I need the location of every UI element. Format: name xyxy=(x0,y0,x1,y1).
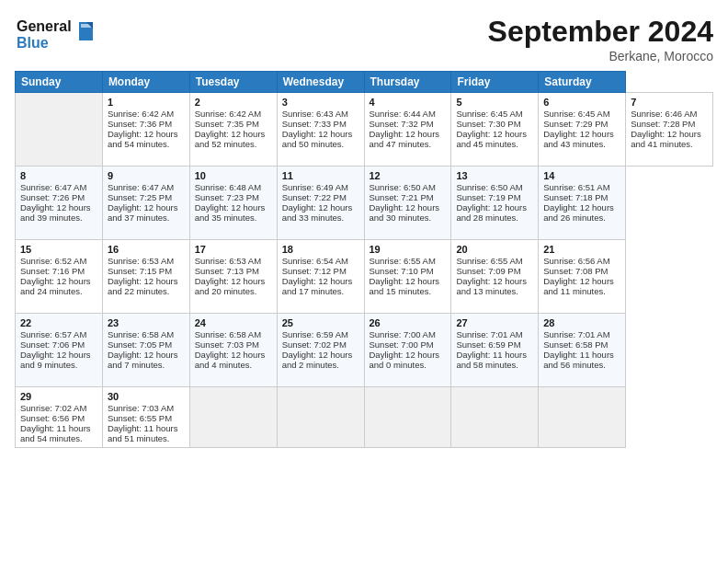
svg-text:General: General xyxy=(17,18,72,34)
sunrise-text: Sunrise: 6:48 AM xyxy=(195,182,261,192)
sunset-text: Sunset: 7:10 PM xyxy=(370,266,434,276)
day-number: 13 xyxy=(456,170,533,181)
daylight-text: Daylight: 12 hours and 17 minutes. xyxy=(282,276,353,296)
calendar-cell: 26Sunrise: 7:00 AMSunset: 7:00 PMDayligh… xyxy=(364,314,451,387)
day-number: 9 xyxy=(108,170,185,181)
daylight-text: Daylight: 12 hours and 26 minutes. xyxy=(543,202,614,223)
daylight-text: Daylight: 12 hours and 43 minutes. xyxy=(543,129,614,149)
sunset-text: Sunset: 7:22 PM xyxy=(282,192,347,202)
sunrise-text: Sunrise: 6:42 AM xyxy=(108,109,174,119)
sunset-text: Sunset: 7:16 PM xyxy=(20,266,85,276)
calendar-cell: 24Sunrise: 6:58 AMSunset: 7:03 PMDayligh… xyxy=(189,314,277,387)
sunrise-text: Sunrise: 6:47 AM xyxy=(108,182,174,192)
sunset-text: Sunset: 7:06 PM xyxy=(20,339,85,350)
day-number: 26 xyxy=(370,317,447,328)
sunrise-text: Sunrise: 6:45 AM xyxy=(456,109,522,119)
sunset-text: Sunset: 7:03 PM xyxy=(195,339,259,350)
day-number: 17 xyxy=(195,244,272,255)
col-friday: Friday xyxy=(451,72,539,93)
day-number: 18 xyxy=(282,244,359,255)
sunrise-text: Sunrise: 6:54 AM xyxy=(282,256,348,266)
day-number: 27 xyxy=(456,317,533,328)
sunrise-text: Sunrise: 6:57 AM xyxy=(20,329,86,339)
sunrise-text: Sunrise: 7:03 AM xyxy=(108,403,174,413)
sunrise-text: Sunrise: 6:51 AM xyxy=(543,182,609,192)
daylight-text: Daylight: 11 hours and 54 minutes. xyxy=(20,423,91,443)
sunrise-text: Sunrise: 6:42 AM xyxy=(195,109,261,119)
daylight-text: Daylight: 12 hours and 2 minutes. xyxy=(282,350,353,370)
sunrise-text: Sunrise: 6:55 AM xyxy=(456,256,522,266)
day-number: 12 xyxy=(370,170,447,181)
daylight-text: Daylight: 12 hours and 39 minutes. xyxy=(20,202,91,223)
sunrise-text: Sunrise: 6:47 AM xyxy=(20,182,86,192)
day-number: 19 xyxy=(370,244,447,255)
calendar-cell xyxy=(451,387,539,448)
sunset-text: Sunset: 6:55 PM xyxy=(108,413,172,423)
daylight-text: Daylight: 12 hours and 24 minutes. xyxy=(20,276,91,296)
daylight-text: Daylight: 11 hours and 51 minutes. xyxy=(108,423,178,443)
day-number: 7 xyxy=(631,97,708,108)
sunset-text: Sunset: 7:26 PM xyxy=(20,192,85,202)
daylight-text: Daylight: 12 hours and 33 minutes. xyxy=(282,202,353,223)
sunset-text: Sunset: 7:36 PM xyxy=(108,119,172,129)
daylight-text: Daylight: 11 hours and 58 minutes. xyxy=(456,350,527,370)
sunset-text: Sunset: 7:08 PM xyxy=(543,266,608,276)
daylight-text: Daylight: 12 hours and 13 minutes. xyxy=(456,276,527,296)
calendar-cell: 2Sunrise: 6:42 AMSunset: 7:35 PMDaylight… xyxy=(189,93,277,167)
day-number: 30 xyxy=(108,391,185,402)
daylight-text: Daylight: 12 hours and 41 minutes. xyxy=(631,129,701,149)
calendar-cell: 30Sunrise: 7:03 AMSunset: 6:55 PMDayligh… xyxy=(102,387,189,448)
day-number: 4 xyxy=(370,97,447,108)
calendar-cell: 17Sunrise: 6:53 AMSunset: 7:13 PMDayligh… xyxy=(189,240,277,314)
daylight-text: Daylight: 12 hours and 15 minutes. xyxy=(370,276,440,296)
calendar-cell: 12Sunrise: 6:50 AMSunset: 7:21 PMDayligh… xyxy=(364,167,451,240)
col-sunday: Sunday xyxy=(16,72,103,93)
daylight-text: Daylight: 12 hours and 0 minutes. xyxy=(370,350,440,370)
sunset-text: Sunset: 7:23 PM xyxy=(195,192,259,202)
day-number: 14 xyxy=(543,170,620,181)
calendar-cell: 22Sunrise: 6:57 AMSunset: 7:06 PMDayligh… xyxy=(16,314,103,387)
daylight-text: Daylight: 12 hours and 28 minutes. xyxy=(456,202,527,223)
calendar-cell: 28Sunrise: 7:01 AMSunset: 6:58 PMDayligh… xyxy=(539,314,626,387)
daylight-text: Daylight: 12 hours and 47 minutes. xyxy=(370,129,440,149)
day-number: 29 xyxy=(20,391,97,402)
sunset-text: Sunset: 7:12 PM xyxy=(282,266,347,276)
day-number: 16 xyxy=(108,244,185,255)
title-block: September 2024 Berkane, Morocco xyxy=(488,15,713,63)
day-number: 25 xyxy=(282,317,359,328)
calendar-cell xyxy=(364,387,451,448)
col-thursday: Thursday xyxy=(364,72,451,93)
daylight-text: Daylight: 12 hours and 9 minutes. xyxy=(20,350,91,370)
calendar-cell: 19Sunrise: 6:55 AMSunset: 7:10 PMDayligh… xyxy=(364,240,451,314)
calendar-cell: 5Sunrise: 6:45 AMSunset: 7:30 PMDaylight… xyxy=(451,93,539,167)
sunset-text: Sunset: 7:19 PM xyxy=(456,192,520,202)
sunrise-text: Sunrise: 7:00 AM xyxy=(370,329,436,339)
calendar-cell: 20Sunrise: 6:55 AMSunset: 7:09 PMDayligh… xyxy=(451,240,539,314)
calendar-cell: 6Sunrise: 6:45 AMSunset: 7:29 PMDaylight… xyxy=(539,93,626,167)
calendar-cell: 25Sunrise: 6:59 AMSunset: 7:02 PMDayligh… xyxy=(277,314,364,387)
sunset-text: Sunset: 7:30 PM xyxy=(456,119,520,129)
daylight-text: Daylight: 12 hours and 11 minutes. xyxy=(543,276,614,296)
sunrise-text: Sunrise: 6:53 AM xyxy=(195,256,261,266)
daylight-text: Daylight: 12 hours and 30 minutes. xyxy=(370,202,440,223)
sunset-text: Sunset: 7:02 PM xyxy=(282,339,347,350)
day-number: 6 xyxy=(543,97,620,108)
sunrise-text: Sunrise: 6:43 AM xyxy=(282,109,348,119)
calendar-cell: 14Sunrise: 6:51 AMSunset: 7:18 PMDayligh… xyxy=(539,167,626,240)
sunset-text: Sunset: 7:18 PM xyxy=(543,192,608,202)
sunset-text: Sunset: 7:25 PM xyxy=(108,192,172,202)
sunrise-text: Sunrise: 6:50 AM xyxy=(370,182,436,192)
sunrise-text: Sunrise: 6:56 AM xyxy=(543,256,609,266)
calendar-cell: 13Sunrise: 6:50 AMSunset: 7:19 PMDayligh… xyxy=(451,167,539,240)
sunrise-text: Sunrise: 6:52 AM xyxy=(20,256,86,266)
sunset-text: Sunset: 7:32 PM xyxy=(370,119,434,129)
daylight-text: Daylight: 12 hours and 37 minutes. xyxy=(108,202,178,223)
day-number: 8 xyxy=(20,170,97,181)
daylight-text: Daylight: 11 hours and 56 minutes. xyxy=(543,350,614,370)
calendar-cell: 7Sunrise: 6:46 AMSunset: 7:28 PMDaylight… xyxy=(626,93,713,167)
calendar-cell: 21Sunrise: 6:56 AMSunset: 7:08 PMDayligh… xyxy=(539,240,626,314)
location: Berkane, Morocco xyxy=(488,49,713,63)
day-number: 10 xyxy=(195,170,272,181)
day-number: 3 xyxy=(282,97,359,108)
sunset-text: Sunset: 7:00 PM xyxy=(370,339,434,350)
